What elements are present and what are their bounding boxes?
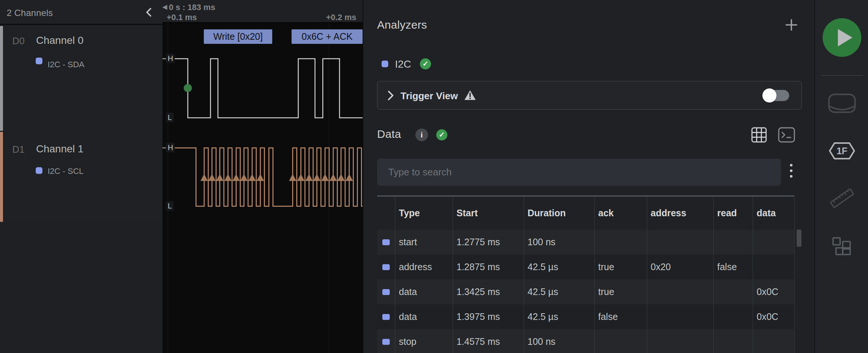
play-icon [823,18,861,57]
table-row[interactable]: stop 1.4575 ms 100 ns [377,329,794,353]
bit-sample-marker [240,174,248,181]
cell-type: data [395,304,453,329]
bit-sample-marker [313,174,321,181]
expand-chevron-icon[interactable] [387,90,395,101]
col-data[interactable]: data [753,197,794,230]
cell-data: 0x0C [753,279,794,304]
cell-start: 1.3425 ms [453,279,524,304]
table-row[interactable]: data 1.3975 ms 42.5 µs false 0x0C [377,304,794,329]
add-analyzer-icon[interactable] [783,17,800,33]
info-icon[interactable]: i [415,129,428,141]
table-row[interactable]: data 1.3425 ms 42.5 µs true 0x0C [377,279,794,304]
table-header-row: Type Start Duration ack address read dat… [377,197,794,230]
bit-sample-marker [224,174,232,181]
cell-address [647,329,713,353]
cell-data [753,255,794,279]
channel-1-color-strip [0,132,3,222]
i2c-analyzer-color-icon [382,61,388,67]
channel-0-analyzer-icon [36,58,42,64]
data-status-check-icon: ✓ [436,129,447,140]
col-type[interactable]: Type [395,197,453,230]
table-scrollbar[interactable] [797,230,801,247]
cell-ack [594,230,647,255]
channel-1-signal-label: I2C - SCL [48,166,84,176]
hex-value-icon[interactable]: 1F [829,142,855,160]
logic-analyzer-window: 2 Channels D0 Channel 0 I2C - SDA D1 Cha… [0,0,868,353]
analyzers-title: Analyzers [377,19,427,31]
channel-1-analyzer-icon [36,167,42,174]
trigger-view-label: Trigger View [401,90,458,102]
start-capture-button[interactable] [823,18,861,57]
trigger-toggle-knob[interactable] [762,88,777,103]
extensions-icon[interactable] [832,236,852,256]
bit-sample-marker [337,174,345,181]
col-read[interactable]: read [713,197,753,230]
col-marker [377,197,395,230]
channel-0-color-strip [0,26,3,131]
cell-data: 0x0C [753,304,794,329]
cell-duration: 42.5 µs [524,304,594,329]
bit-sample-marker [289,174,296,181]
frame-color-icon [382,239,390,245]
signal-traces[interactable] [163,23,363,353]
terminal-view-icon[interactable] [778,127,795,143]
timeline-range-label: 0 s : 183 ms [169,3,215,12]
trigger-view-row[interactable]: Trigger View [377,81,802,110]
data-section-title: Data [377,128,401,140]
cell-address [647,230,713,255]
i2c-analyzer-label[interactable]: I2C [395,58,411,70]
row-marker [377,304,395,329]
cell-type: start [395,230,453,255]
cell-address [647,279,713,304]
search-input[interactable] [377,159,781,186]
timeline-cursor-icon: ◀ [163,3,167,10]
frame-color-icon [382,339,390,345]
i2c-status-check-icon: ✓ [420,58,431,69]
table-view-icon[interactable] [751,127,767,143]
channel-0-id: D0 [12,35,25,47]
cell-ack: false [594,304,647,329]
level-tick [163,58,165,59]
collapse-panel-icon[interactable] [144,7,154,17]
channel-1-id: D1 [12,144,25,155]
cell-start: 1.2775 ms [453,230,524,255]
cell-type: data [395,279,453,304]
cell-read: false [713,255,753,279]
cell-ack [594,329,647,353]
timeline-tick-right: +0.2 ms [319,13,356,22]
channel-0-signal-label: I2C - SDA [48,60,84,69]
ch1-high-label: H [166,143,175,152]
bit-sample-marker [305,174,313,181]
i2c-start-marker[interactable] [184,84,192,92]
row-marker [377,279,395,304]
cell-read [713,304,753,329]
channels-panel: 2 Channels D0 Channel 0 I2C - SDA D1 Cha… [0,0,163,353]
ch1-low-label: L [166,201,174,211]
table-row[interactable]: address 1.2875 ms 42.5 µs true 0x20 fals… [377,255,794,279]
device-icon[interactable] [828,93,856,114]
bit-sample-marker [208,174,216,181]
cell-duration: 42.5 µs [524,255,594,279]
table-row[interactable]: start 1.2775 ms 100 ns [377,230,794,255]
channel-0-card[interactable]: D0 Channel 0 I2C - SDA [0,26,163,131]
ch0-low-label: L [166,113,174,122]
cell-read [713,230,753,255]
row-marker [377,329,395,353]
cell-duration: 100 ns [524,329,594,353]
bit-sample-marker [200,174,208,181]
col-ack[interactable]: ack [594,197,647,230]
bit-sample-marker [257,174,264,181]
col-start[interactable]: Start [453,197,524,230]
col-duration[interactable]: Duration [524,197,594,230]
col-address[interactable]: address [647,197,713,230]
channel-1-card[interactable]: D1 Channel 1 I2C - SCL [0,132,163,222]
cell-type: stop [395,329,453,353]
cell-data [753,329,794,353]
bit-sample-marker [297,174,305,181]
table-options-kebab-icon[interactable] [790,164,793,178]
cell-address: 0x20 [647,255,713,279]
timeline-tick-left: +0.1 ms [167,13,197,22]
cell-duration: 100 ns [524,230,594,255]
cell-type: address [395,255,453,279]
ruler-icon[interactable] [828,186,856,210]
